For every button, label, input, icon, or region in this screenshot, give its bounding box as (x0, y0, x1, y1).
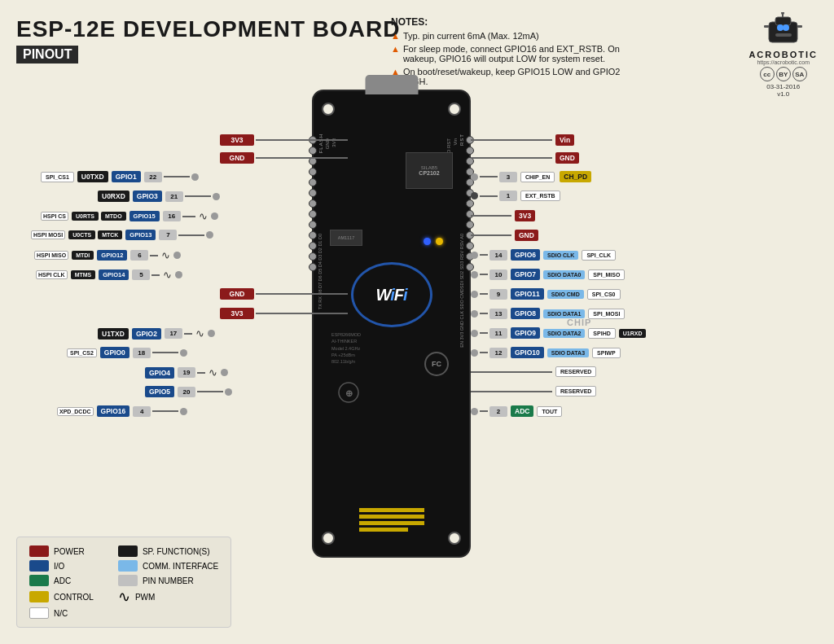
pin-dot (471, 192, 478, 199)
led-blue (424, 238, 431, 245)
lbl-spihd: SPIHD (588, 328, 615, 339)
pin-hole (309, 263, 317, 271)
lbl-u0cts: U0CTS (68, 230, 95, 239)
lbl-hspimiso: HSPI MISO (34, 251, 68, 260)
pin-dot (173, 252, 181, 259)
led-yellow (436, 238, 443, 245)
legend-label-special: SP. FUNCTION(S) (143, 547, 210, 556)
pin-dot (221, 369, 228, 376)
pwm-symbol: ∿ (199, 210, 208, 222)
pin-line (182, 216, 195, 217)
legend-label-pinnum: PIN NUMBER (143, 576, 194, 585)
pin-gpio14: HSPI CLK MTMS GPIO14 5 ∿ (36, 269, 182, 281)
pin-gpio9: 11 GPIO9 SDIO DATA2 SPIHD U1RXD (471, 327, 646, 339)
lbl-spics0: SPI_CS0 (587, 289, 621, 300)
pin-vin: Vin (471, 134, 574, 146)
lbl-hspiclk: HSPI CLK (36, 270, 68, 279)
legend-label-nc: N/C (54, 609, 68, 618)
legend-control: CONTROL (29, 589, 94, 604)
lbl-spimiso: SPI_MISO (588, 269, 625, 280)
legend-color-control (29, 591, 49, 602)
lbl-mtms: MTMS (71, 270, 96, 279)
lbl-u1rxd: U1RXD (619, 329, 647, 338)
pin-dot (471, 271, 478, 278)
pin-line (480, 332, 488, 334)
num-20: 20 (178, 387, 195, 397)
lbl-gpio6: GPIO6 (511, 249, 540, 261)
legend-color-comm (118, 560, 138, 572)
svg-point-8 (781, 12, 784, 15)
num-4: 4 (133, 406, 151, 417)
right-vert-labels: EN 3V3 GND CLK SDO CMDSDI SD2 SD3 RSV RS… (459, 234, 465, 348)
pin-line (471, 215, 511, 217)
legend-color-power (29, 545, 49, 557)
title-section: ESP-12E DEVELOPMENT BOARD PINOUT (16, 16, 401, 64)
lbl-spiclk: SPI_CLK (582, 250, 616, 261)
pin-line (256, 139, 348, 141)
pin-gpio10: 12 GPIO10 SDIO DATA3 SPIWP (471, 347, 621, 358)
note-3: ▲ On boot/reset/wakeup, keep GPIO15 LOW … (391, 67, 635, 86)
svg-point-2 (777, 24, 784, 31)
legend-label-io: I/O (54, 562, 64, 571)
pin-line (471, 371, 552, 373)
num-6: 6 (130, 250, 148, 261)
lbl-gpio5: GPIO5 (145, 386, 174, 397)
lbl-reserved1: RESERVED (555, 366, 596, 377)
pin-dot (225, 388, 232, 396)
cc-badges: cc BY SA (748, 67, 818, 81)
pin-line (256, 157, 348, 159)
pin-line (197, 372, 205, 374)
pin-gpio5: GPIO5 20 (145, 386, 232, 397)
pin-3v3-r: 3V3 (471, 210, 535, 221)
pin-dot (175, 271, 182, 278)
pin-dot (471, 291, 478, 298)
num-5: 5 (132, 269, 150, 280)
svg-rect-13 (359, 521, 424, 525)
num-11: 11 (489, 328, 507, 339)
pin-line (480, 293, 488, 295)
usb-connector (365, 75, 418, 94)
by-icon: BY (776, 67, 791, 81)
main-container: ESP-12E DEVELOPMENT BOARD PINOUT NOTES: … (0, 0, 834, 644)
pin-gnd-mid: GND (220, 288, 348, 300)
lbl-3v3: 3V3 (220, 134, 254, 146)
note-1-text: Typ. pin current 6mA (Max. 12mA) (403, 31, 539, 41)
num-7: 7 (159, 230, 177, 240)
lbl-spiwp: SPIWP (592, 348, 621, 358)
lbl-gpio10: GPIO10 (511, 347, 544, 358)
num-21: 21 (165, 191, 183, 202)
num-14: 14 (489, 250, 507, 261)
pin-hole (309, 168, 317, 176)
pin-gpio2: U1TXD GPIO2 17 ∿ (98, 327, 215, 340)
lbl-vin: Vin (555, 134, 574, 146)
silab-chip: SILAB5 CP2102 (406, 152, 453, 189)
antenna (359, 508, 424, 544)
pin-dot (191, 173, 199, 181)
pin-hole (309, 189, 317, 197)
legend-label-adc: ADC (54, 576, 71, 585)
pin-gpio0: SPI_CS2 GPIO0 18 (67, 347, 187, 358)
wifi-text: WiFi (375, 286, 406, 304)
lbl-u1txd: U1TXD (98, 328, 129, 340)
pin-line (256, 313, 348, 314)
legend-label-comm: COMM. INTERFACE (143, 562, 218, 571)
lbl-gpio15: GPIO15 (129, 211, 160, 221)
notes-title: NOTES: (391, 16, 635, 28)
lbl-gpio12: GPIO12 (97, 250, 127, 261)
lbl-gnd-r: GND (555, 152, 579, 164)
pin-hole (309, 221, 317, 229)
num-9: 9 (489, 289, 507, 300)
pin-line (152, 352, 178, 353)
lbl-gpio13: GPIO13 (125, 230, 156, 240)
diagram-area: FLASH RST GND 3V3 Vin GND RST EN 3V3 GND… (0, 85, 834, 510)
num-12: 12 (489, 348, 507, 358)
pin-line (480, 254, 488, 256)
legend-color-io (29, 560, 49, 572)
pin-line (256, 293, 348, 295)
mount-hole-tl (322, 103, 335, 116)
warn-icon-1: ▲ (391, 31, 400, 41)
led-group (424, 238, 443, 245)
legend-label-pwm: PWM (135, 593, 155, 602)
svg-rect-12 (359, 515, 424, 519)
lbl-spics1: SPI_CS1 (41, 172, 74, 182)
